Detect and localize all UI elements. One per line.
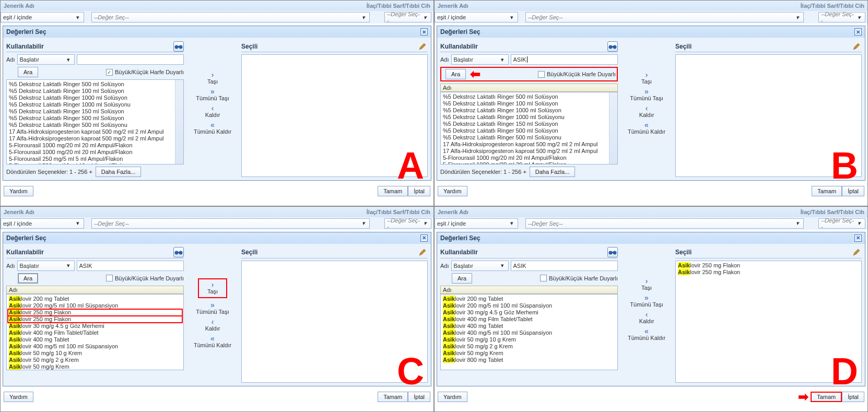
list-item[interactable]: 5-Florourasil 1000 mg/20 ml 20 ml Ampul/… [442, 155, 616, 161]
match-select[interactable]: eşit / içinde▾ [435, 218, 518, 229]
case-checkbox[interactable] [540, 275, 547, 281]
list-item[interactable]: 5-Florourasil 500 mg/10 ml 10 ml Ampul/F… [8, 162, 182, 164]
list-item[interactable]: Asiklovir 50 mg/g 10 g Krem [8, 350, 182, 357]
available-list[interactable]: %5 Dekstroz Laktatlı Ringer 500 ml Solüs… [440, 92, 618, 164]
list-item[interactable]: Asiklovir 800 mg Tablet [8, 370, 182, 371]
available-list[interactable]: Asiklovir 200 mg TabletAsiklovir 200 mg/… [440, 294, 618, 371]
list-item[interactable]: Asiklovir 400 mg Film Tablet/Tablet [8, 329, 182, 336]
list-item[interactable]: Asiklovir 400 mg Tablet [8, 336, 182, 343]
binoculars-icon[interactable] [173, 41, 184, 52]
close-icon[interactable]: ✕ [854, 28, 862, 36]
remove-button[interactable]: ‹Kaldır [205, 319, 220, 332]
selected-list[interactable] [675, 54, 862, 177]
close-icon[interactable]: ✕ [420, 28, 428, 36]
cancel-button[interactable]: İptal [408, 392, 430, 402]
case-checkbox[interactable]: ✓ [106, 69, 113, 76]
list-item[interactable]: Asiklovir 50 mg/g 2 g Krem [8, 357, 182, 363]
remove-all-button[interactable]: «Tümünü Kaldır [194, 122, 231, 135]
help-button[interactable]: Yardım [438, 392, 467, 402]
cancel-button[interactable]: İptal [408, 186, 430, 196]
cancel-button[interactable]: İptal [842, 186, 864, 196]
search-input[interactable]: ASIK [511, 261, 618, 271]
value-select-left[interactable]: --Değer Seç--▾ [525, 218, 804, 229]
list-item[interactable]: Asiklovir 200 mg/5 ml 100 ml Süspansiyon [442, 302, 616, 309]
list-item[interactable]: Asiklovir 200 mg Tablet [8, 296, 182, 302]
remove-all-button[interactable]: «Tümünü Kaldır [628, 122, 665, 135]
list-item[interactable]: %5 Dekstroz Laktatlı Ringer 500 ml Solüs… [442, 127, 616, 134]
more-button[interactable]: Daha Fazla... [96, 167, 141, 177]
value-select-left[interactable]: --Değer Seç--▾ [525, 12, 804, 22]
cancel-button[interactable]: İptal [842, 392, 864, 402]
list-item[interactable]: 17 Alfa-Hidroksiprogesteron kaproat 500 … [8, 128, 182, 135]
search-button[interactable]: Ara [18, 273, 38, 284]
operator-select[interactable]: Başlatır▾ [451, 54, 509, 65]
list-item[interactable]: Asiklovir 50 mg/g Krem [8, 363, 182, 370]
help-button[interactable]: Yardım [4, 186, 33, 196]
binoculars-icon[interactable] [607, 41, 618, 52]
list-item[interactable]: 5-Florourasil 1000 mg/20 ml 20 ml Ampul/… [8, 142, 182, 149]
ok-button[interactable]: Tamam [811, 392, 842, 402]
list-item[interactable]: 17 Alfa-Hidroksiprogesteron kaproat 500 … [8, 135, 182, 142]
remove-button[interactable]: ‹Kaldır [639, 105, 654, 118]
remove-all-button[interactable]: «Tümünü Kaldır [194, 336, 231, 348]
remove-all-button[interactable]: «Tümünü Kaldır [628, 328, 665, 341]
list-item[interactable]: Asiklovir 400 mg/5 ml 100 ml Süspansiyon [8, 343, 182, 350]
value-select-left[interactable]: --Değer Seç-- ▾ [91, 12, 370, 22]
list-item[interactable]: %5 Dekstroz Laktatlı Ringer 500 ml Solüs… [442, 134, 616, 141]
list-item[interactable]: %5 Dekstroz Laktatlı Ringer 500 ml Solüs… [8, 81, 182, 88]
search-input[interactable]: ASIK [511, 54, 618, 65]
list-item[interactable]: 5-Florourasil 250 mg/5 ml 5 ml Ampul/Fla… [8, 156, 182, 162]
binoculars-icon[interactable] [607, 247, 618, 257]
list-item[interactable]: 17 Alfa-Hidroksiprogesteron kaproat 500 … [442, 148, 616, 155]
available-list[interactable]: %5 Dekstroz Laktatlı Ringer 500 ml Solüs… [6, 79, 184, 164]
list-item[interactable]: 17 Alfa-Hidroksiprogesteron kaproat 500 … [442, 141, 616, 148]
list-item[interactable]: Asiklovir 800 mg Tablet [442, 357, 616, 363]
remove-button[interactable]: ‹Kaldır [639, 312, 654, 324]
move-all-button[interactable]: »Tümünü Taşı [196, 89, 229, 101]
move-button[interactable]: ›Taşı [207, 72, 218, 85]
remove-button[interactable]: ‹Kaldır [205, 105, 220, 118]
ok-button[interactable]: Tamam [812, 186, 842, 196]
search-button[interactable]: Ara [452, 273, 472, 284]
move-button[interactable]: ›Taşı [641, 72, 652, 85]
close-icon[interactable]: ✕ [854, 234, 862, 242]
operator-select[interactable]: Başlatır▾ [17, 261, 75, 271]
available-list[interactable]: Asiklovir 200 mg TabletAsiklovir 200 mg/… [6, 294, 184, 371]
move-button[interactable]: ›Taşı [198, 278, 227, 298]
pencil-icon[interactable] [417, 247, 428, 257]
list-item[interactable]: %5 Dekstroz Laktatlı Ringer 100 ml Solüs… [8, 88, 182, 95]
list-item[interactable]: Asiklovir 400 mg Tablet [442, 323, 616, 329]
list-item[interactable]: Asiklovir 50 mg/g 2 g Krem [442, 343, 616, 350]
list-item[interactable]: 5-Florourasil 1000 mg/20 ml 20 ml Ampul/… [442, 161, 616, 164]
value-select-right[interactable]: --Değer Seç--▾ [384, 218, 431, 229]
list-item[interactable]: %5 Dekstroz Laktatlı Ringer 500 ml Solüs… [442, 93, 616, 100]
value-select-right[interactable]: --Değer Seç--▾ [818, 12, 865, 22]
pencil-icon[interactable] [851, 41, 862, 52]
list-item[interactable]: Asiklovir 30 mg/g 4.5 g Göz Merhemi [442, 309, 616, 316]
pencil-icon[interactable] [851, 247, 862, 257]
case-checkbox[interactable] [106, 275, 113, 281]
list-item[interactable]: %5 Dekstroz Laktatlı Ringer 500 ml Solüs… [8, 122, 182, 128]
list-item[interactable]: Asiklovir 250 mg Flakon [677, 262, 860, 269]
binoculars-icon[interactable] [173, 247, 184, 257]
move-all-button[interactable]: »Tümünü Taşı [196, 302, 229, 315]
list-item[interactable]: Asiklovir 250 mg Flakon [8, 309, 182, 316]
ok-button[interactable]: Tamam [378, 392, 408, 402]
list-item[interactable]: %5 Dekstroz Laktatlı Ringer 1000 ml Solü… [8, 101, 182, 108]
help-button[interactable]: Yardım [438, 186, 467, 196]
match-select[interactable]: eşit / içinde▾ [1, 218, 84, 229]
selected-list[interactable] [241, 261, 428, 383]
value-select-left[interactable]: --Değer Seç--▾ [91, 218, 370, 229]
pencil-icon[interactable] [417, 41, 428, 52]
search-button[interactable]: Ara [445, 69, 466, 79]
help-button[interactable]: Yardım [4, 392, 33, 402]
list-item[interactable]: Asiklovir 400 mg Film Tablet/Tablet [442, 316, 616, 323]
list-item[interactable]: %5 Dekstroz Laktatlı Ringer 150 ml Solüs… [442, 121, 616, 127]
list-item[interactable]: Asiklovir 250 mg Flakon [8, 316, 182, 323]
scrollbar[interactable] [609, 92, 617, 164]
list-item[interactable]: %5 Dekstroz Laktatlı Ringer 1000 ml Solü… [442, 107, 616, 114]
list-item[interactable]: Asiklovir 400 mg/5 ml 100 ml Süspansiyon [442, 329, 616, 336]
value-select-right[interactable]: --Değer Seç--▾ [818, 218, 865, 229]
list-item[interactable]: %5 Dekstroz Laktatlı Ringer 500 ml Solüs… [8, 115, 182, 122]
value-select-right[interactable]: --Değer Seç-- ▾ [384, 12, 431, 22]
